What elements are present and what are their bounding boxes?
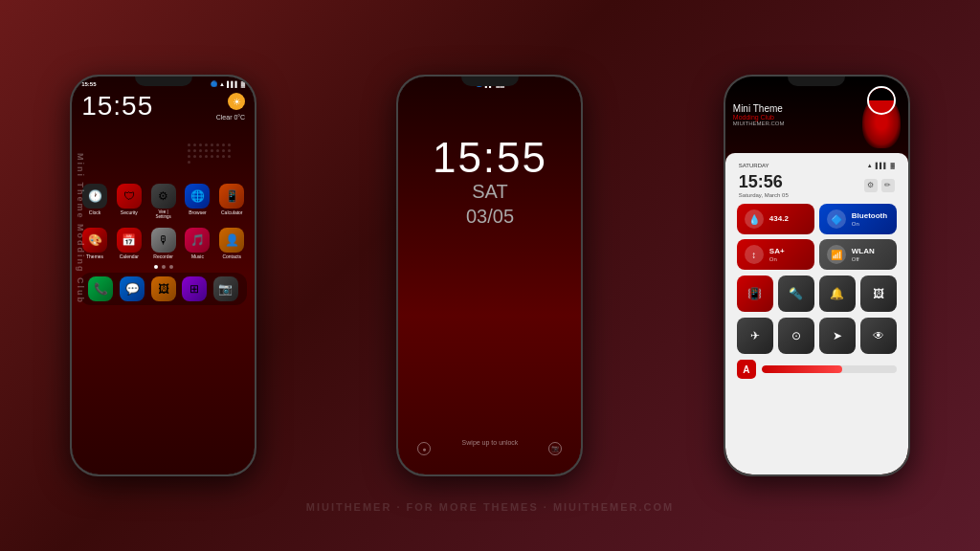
- phone-2-screen: 🔵 ▌▌ ▓▓ 15:55 SAT 03/05 Swipe up to unlo…: [398, 77, 581, 474]
- banner-title: Mini Theme: [733, 103, 785, 114]
- phone-1-screen: 15:55 🔵 ▲ ▌▌▌ ▓ 15:55 ☀ Clear 0°C Mini T…: [72, 77, 255, 474]
- dock-phone[interactable]: 📞: [87, 276, 115, 301]
- ctrl-reading-btn[interactable]: 👁: [860, 318, 897, 354]
- app-security-label: Security: [121, 210, 138, 216]
- ctrl-status-bar: SATURDAY ▲ ▌▌▌ ▓: [731, 159, 902, 170]
- ctrl-btn-bluetooth[interactable]: 🔷 Bluetooth On: [819, 204, 897, 234]
- control-panel: SATURDAY ▲ ▌▌▌ ▓ 15:56 Saturday, March 0…: [725, 153, 908, 474]
- signal-icon: ▌▌▌: [227, 81, 239, 87]
- ctrl-vibrate-btn[interactable]: 📳: [737, 276, 773, 312]
- dock-camera-icon: 📷: [213, 276, 238, 301]
- dots-pattern: [188, 143, 245, 220]
- page-indicator: [72, 265, 255, 269]
- page-dot-1: [154, 265, 158, 269]
- phone1-status-bar: 15:55 🔵 ▲ ▌▌▌ ▓: [72, 77, 255, 89]
- brightness-fill: [762, 365, 843, 373]
- app-calendar[interactable]: 📅 Calendar: [114, 228, 145, 260]
- ctrl-location-btn[interactable]: ➤: [819, 318, 856, 354]
- ctrl-airplane-btn[interactable]: ✈: [737, 318, 773, 354]
- banner-text-block: Mini Theme Modding Club MIUITHEMER.COM: [733, 103, 785, 126]
- ctrl-autorotate-btn[interactable]: ⊙: [778, 318, 814, 354]
- app-recorder-icon: 🎙: [151, 228, 176, 253]
- phone-3-screen: Mini Theme Modding Club MIUITHEMER.COM S…: [725, 77, 908, 474]
- app-contacts[interactable]: 👤 Contacts: [216, 228, 247, 260]
- app-clock-icon: 🕐: [82, 184, 107, 209]
- ctrl-bluetooth-icon: 🔷: [827, 209, 846, 229]
- page-dot-3: [169, 265, 173, 269]
- phone1-time: 15:55: [81, 93, 153, 120]
- app-contacts-icon: 👤: [219, 228, 244, 253]
- ctrl-action-icons: ⚙ ✏: [864, 179, 895, 192]
- ctrl-water-icon: 💧: [745, 209, 764, 229]
- ctrl-battery-icon: ▓: [890, 163, 894, 168]
- phone3-banner: Mini Theme Modding Club MIUITHEMER.COM: [725, 77, 908, 153]
- brightness-bar[interactable]: [762, 365, 897, 373]
- banner-desc: MIUITHEMER.COM: [733, 121, 785, 126]
- phone1-weather: Clear 0°C: [216, 114, 245, 121]
- phone2-signal-icon: ▌▌: [485, 81, 494, 87]
- dock-apps-icon: ⊞: [182, 276, 207, 301]
- app-settings[interactable]: ⚙ Vee |Settings: [148, 184, 179, 220]
- ctrl-wifi-icon: ▲: [867, 163, 873, 168]
- ctrl-torch-btn[interactable]: 🔦: [778, 276, 814, 312]
- lock-screen-icon: ●: [417, 442, 431, 455]
- app-recorder[interactable]: 🎙 Recorder: [148, 228, 179, 260]
- phone2-battery-icon: ▓▓: [496, 81, 504, 87]
- dock-phone-icon: 📞: [88, 276, 113, 301]
- ctrl-signal-icon: ▌▌▌: [876, 163, 888, 168]
- ctrl-btn-water[interactable]: 💧 434.2: [737, 204, 814, 234]
- phone-3-frame: Mini Theme Modding Club MIUITHEMER.COM S…: [724, 75, 910, 476]
- dock-apps[interactable]: ⊞: [181, 276, 209, 301]
- ctrl-small-grid-row1: 📳 🔦 🔔 🖼: [731, 274, 902, 314]
- banner-subtitle: Modding Club: [733, 114, 785, 121]
- app-music[interactable]: 🎵 Music: [183, 228, 213, 260]
- ctrl-btn-wlan[interactable]: 📶 WLAN Off: [819, 239, 897, 270]
- ctrl-screenshot-btn[interactable]: 🖼: [860, 276, 897, 312]
- dock-messages[interactable]: 💬: [119, 276, 146, 301]
- lock-camera-icon: 📷: [548, 442, 562, 455]
- ctrl-status-icons: ▲ ▌▌▌ ▓: [867, 163, 895, 168]
- phone-2-frame: 🔵 ▌▌ ▓▓ 15:55 SAT 03/05 Swipe up to unlo…: [396, 75, 583, 476]
- dock-camera[interactable]: 📷: [212, 276, 240, 301]
- ctrl-wlan-text: WLAN Off: [852, 247, 875, 262]
- app-music-icon: 🎵: [185, 228, 210, 253]
- dock-gallery[interactable]: 🖼: [149, 276, 177, 301]
- ctrl-settings-icon[interactable]: ⚙: [864, 179, 878, 192]
- page-dot-2: [162, 265, 166, 269]
- ctrl-time-row: 15:56 Saturday, March 05 ⚙ ✏: [731, 170, 902, 200]
- app-security-icon: 🛡: [117, 184, 142, 209]
- ctrl-time: 15:56: [739, 172, 789, 192]
- phone1-clock-widget: 15:55 ☀ Clear 0°C: [72, 89, 255, 124]
- app-settings-icon: ⚙: [151, 184, 176, 209]
- phone1-time-small: 15:55: [81, 81, 96, 87]
- control-buttons: 💧 434.2 🔷 Bluetooth On: [731, 200, 902, 274]
- side-label: Mini Theme Modding Club: [76, 153, 85, 304]
- wifi-icon: ▲: [219, 81, 225, 87]
- app-security[interactable]: 🛡 Security: [114, 184, 145, 220]
- phone2-day-date: SAT 03/05: [398, 179, 581, 229]
- ctrl-edit-icon[interactable]: ✏: [881, 179, 895, 192]
- ctrl-sa-text: SA+ On: [769, 247, 785, 262]
- weather-icon: ☀: [228, 93, 245, 110]
- app-themes-label: Themes: [86, 254, 103, 260]
- phone2-status-bar: 🔵 ▌▌ ▓▓: [398, 77, 581, 89]
- dock-messages-icon: 💬: [120, 276, 145, 301]
- battery-icon: ▓: [241, 81, 245, 87]
- phone-1-frame: 15:55 🔵 ▲ ▌▌▌ ▓ 15:55 ☀ Clear 0°C Mini T…: [70, 75, 256, 476]
- swipe-up-text: Swipe up to unlock: [462, 439, 519, 446]
- app-music-label: Music: [191, 254, 204, 260]
- ctrl-wlan-icon: 📶: [827, 245, 846, 264]
- ctrl-dnd-btn[interactable]: 🔔: [819, 276, 856, 312]
- brightness-icon: A: [737, 360, 756, 379]
- phone2-date-val: 03/05: [398, 204, 581, 229]
- phone3-inner: Mini Theme Modding Club MIUITHEMER.COM S…: [725, 77, 908, 474]
- app-grid-row2: 🎨 Themes 📅 Calendar 🎙 Recorder 🎵 Music 👤…: [72, 226, 255, 262]
- ctrl-bluetooth-text: Bluetooth On: [852, 211, 887, 227]
- phone2-time: 15:55: [398, 89, 581, 179]
- app-themes-icon: 🎨: [82, 228, 107, 253]
- ctrl-btn-sa[interactable]: ↕ SA+ On: [737, 239, 814, 270]
- dock-gallery-icon: 🖼: [151, 276, 176, 301]
- app-calendar-icon: 📅: [117, 228, 142, 253]
- watermark: MIUITHEMER · FOR MORE THEMES · MIUITHEME…: [306, 501, 675, 513]
- ctrl-small-grid-row2: ✈ ⊙ ➤ 👁: [731, 316, 902, 356]
